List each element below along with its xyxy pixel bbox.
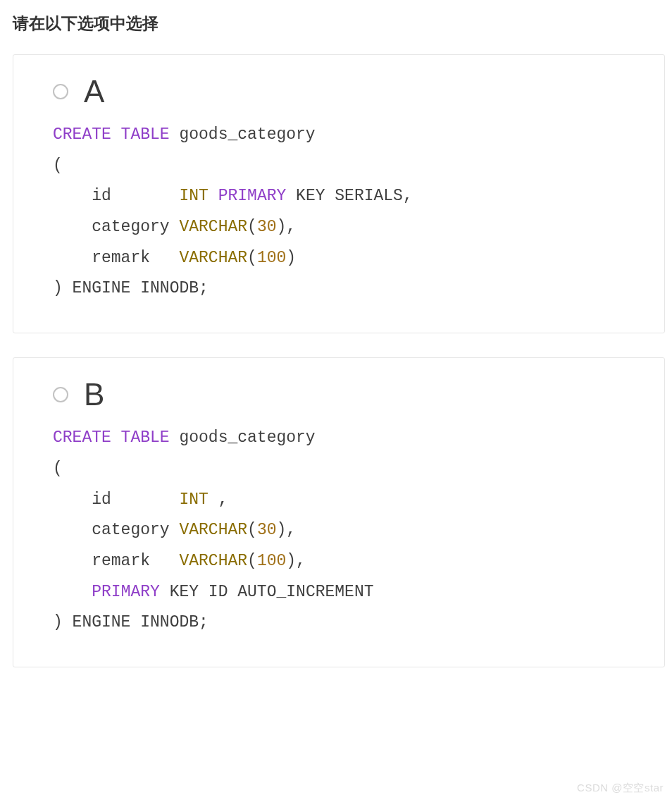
code-text: category bbox=[53, 521, 179, 539]
code-text: category bbox=[53, 218, 179, 236]
radio-icon[interactable] bbox=[53, 84, 68, 99]
radio-icon[interactable] bbox=[53, 387, 68, 402]
code-text: ) bbox=[286, 249, 296, 267]
type-keyword: VARCHAR bbox=[179, 521, 247, 539]
number: 100 bbox=[257, 249, 286, 267]
code-text: ), bbox=[286, 552, 306, 570]
code-text: KEY SERIALS, bbox=[286, 187, 412, 205]
type-keyword: VARCHAR bbox=[179, 249, 247, 267]
type-keyword: VARCHAR bbox=[179, 552, 247, 570]
keyword: PRIMARY bbox=[218, 187, 287, 205]
code-text: ), bbox=[276, 521, 296, 539]
code-text: goods_category bbox=[170, 428, 316, 447]
code-text: ) ENGINE INNODB; bbox=[53, 279, 209, 297]
code-text: KEY ID AUTO_INCREMENT bbox=[160, 583, 374, 601]
keyword: CREATE TABLE bbox=[53, 428, 170, 447]
code-text: , bbox=[209, 491, 228, 509]
code-text: ( bbox=[53, 156, 63, 175]
question-prompt: 请在以下选项中选择 bbox=[13, 13, 665, 35]
number: 100 bbox=[257, 552, 286, 570]
keyword: CREATE TABLE bbox=[53, 125, 170, 144]
code-text bbox=[209, 187, 218, 205]
type-keyword: INT bbox=[179, 187, 208, 205]
code-text: ( bbox=[53, 459, 63, 478]
option-b-card[interactable]: B CREATE TABLE goods_category ( id INT ,… bbox=[13, 357, 665, 667]
code-text: ( bbox=[247, 552, 257, 570]
option-a-card[interactable]: A CREATE TABLE goods_category ( id INT P… bbox=[13, 54, 665, 333]
option-letter: B bbox=[84, 379, 104, 410]
keyword: PRIMARY bbox=[92, 583, 160, 601]
option-letter: A bbox=[84, 76, 104, 107]
code-text: ( bbox=[247, 218, 257, 236]
code-text: remark bbox=[53, 552, 179, 570]
option-a-header: A bbox=[53, 76, 639, 107]
type-keyword: VARCHAR bbox=[179, 218, 247, 236]
code-text: remark bbox=[53, 249, 179, 267]
code-text: ( bbox=[247, 521, 257, 539]
number: 30 bbox=[257, 218, 277, 236]
code-text bbox=[53, 583, 92, 601]
code-text: ), bbox=[276, 218, 296, 236]
code-text: ) ENGINE INNODB; bbox=[53, 613, 209, 631]
type-keyword: INT bbox=[179, 491, 208, 509]
code-text: ( bbox=[247, 249, 257, 267]
code-block-a: CREATE TABLE goods_category ( id INT PRI… bbox=[53, 120, 639, 304]
code-text: id bbox=[53, 491, 179, 509]
code-block-b: CREATE TABLE goods_category ( id INT , c… bbox=[53, 423, 639, 638]
option-b-header: B bbox=[53, 379, 639, 410]
number: 30 bbox=[257, 521, 277, 539]
code-text: id bbox=[53, 187, 179, 205]
code-text: goods_category bbox=[170, 125, 316, 144]
